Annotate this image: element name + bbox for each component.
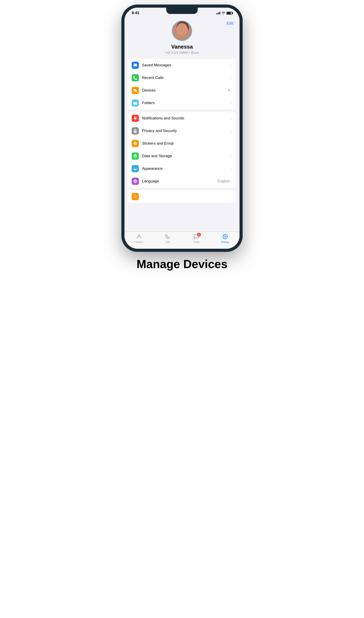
svg-point-6 bbox=[184, 30, 185, 31]
svg-point-4 bbox=[183, 30, 185, 32]
notifications-label: Notifications and Sounds bbox=[142, 116, 230, 121]
tab-settings[interactable]: Settings bbox=[211, 234, 240, 243]
profile-info: +44 0123 45689 • @van bbox=[165, 51, 199, 54]
scroll-area[interactable]: Edit bbox=[124, 17, 240, 231]
data-label: Data and Storage bbox=[142, 154, 230, 158]
settings-icon-wrapper bbox=[222, 234, 228, 240]
svg-point-28 bbox=[138, 235, 140, 237]
profile-section: Edit bbox=[124, 17, 240, 59]
stickers-item[interactable]: Stickers and Emoji › bbox=[128, 137, 236, 150]
chats-icon-wrapper: 2 bbox=[194, 234, 199, 240]
svg-point-1 bbox=[176, 21, 189, 35]
svg-point-3 bbox=[180, 30, 182, 32]
notch bbox=[166, 8, 198, 14]
privacy-chevron: › bbox=[231, 129, 232, 133]
notifications-chevron: › bbox=[231, 117, 232, 120]
folders-item[interactable]: Folders › bbox=[128, 97, 236, 109]
privacy-icon bbox=[132, 127, 139, 134]
data-item[interactable]: Data and Storage › bbox=[128, 150, 236, 162]
page-title: Manage Devices bbox=[137, 257, 228, 271]
status-icons bbox=[216, 12, 232, 15]
edit-button[interactable]: Edit bbox=[227, 21, 233, 26]
calls-icon-wrapper bbox=[165, 234, 170, 240]
language-chevron: › bbox=[231, 179, 232, 183]
wifi-icon bbox=[221, 12, 225, 15]
settings-tab-icon bbox=[222, 234, 228, 239]
folders-label: Folders bbox=[142, 101, 230, 105]
ask-label: ... bbox=[142, 194, 232, 199]
appearance-label: Appearance bbox=[142, 166, 230, 171]
page-wrapper: 9:41 bbox=[91, 0, 273, 280]
settings-group-3: ... bbox=[128, 190, 236, 203]
status-time: 9:41 bbox=[132, 11, 139, 15]
settings-group-1: Saved Messages › Recent Calls › bbox=[128, 59, 236, 109]
devices-value: 4 bbox=[228, 88, 230, 93]
devices-icon bbox=[132, 87, 139, 94]
svg-point-29 bbox=[224, 236, 226, 237]
tab-calls[interactable]: Calls bbox=[153, 234, 182, 243]
svg-point-18 bbox=[134, 143, 135, 143]
signal-icon bbox=[216, 12, 220, 14]
privacy-label: Privacy and Security bbox=[142, 129, 230, 133]
page-title-section: Manage Devices bbox=[137, 257, 228, 271]
calls-label: Calls bbox=[165, 241, 170, 243]
language-value: English bbox=[217, 179, 230, 184]
recent-calls-item[interactable]: Recent Calls › bbox=[128, 71, 236, 84]
saved-messages-icon bbox=[132, 62, 139, 69]
contacts-label: Contacts bbox=[134, 241, 143, 243]
appearance-item[interactable]: Appearance › bbox=[128, 162, 236, 175]
folders-chevron: › bbox=[231, 101, 232, 105]
saved-messages-item[interactable]: Saved Messages › bbox=[128, 59, 236, 71]
chats-badge: 2 bbox=[197, 233, 201, 237]
language-label: Language bbox=[142, 179, 217, 184]
privacy-item[interactable]: Privacy and Security › bbox=[128, 125, 236, 137]
appearance-chevron: › bbox=[231, 167, 232, 171]
battery-icon bbox=[226, 12, 232, 15]
avatar[interactable] bbox=[172, 21, 192, 41]
devices-chevron: › bbox=[231, 89, 232, 93]
devices-item[interactable]: Devices 4 › bbox=[128, 84, 236, 97]
contacts-icon-wrapper bbox=[136, 234, 142, 240]
tab-bar: Contacts Calls 2 bbox=[124, 231, 240, 249]
data-chevron: › bbox=[231, 154, 232, 158]
contacts-icon bbox=[136, 234, 142, 239]
language-icon bbox=[132, 178, 139, 185]
phone-shell: 9:41 bbox=[121, 4, 243, 252]
ask-question-item[interactable]: ... bbox=[128, 190, 236, 203]
chats-label: Chats bbox=[194, 241, 199, 243]
svg-rect-0 bbox=[173, 21, 191, 40]
settings-label: Settings bbox=[221, 241, 229, 243]
calls-icon bbox=[165, 234, 170, 239]
recent-calls-icon bbox=[132, 74, 139, 81]
data-icon bbox=[132, 152, 139, 160]
svg-point-16 bbox=[135, 131, 136, 132]
battery-fill bbox=[227, 12, 231, 14]
ask-icon bbox=[132, 193, 139, 200]
folders-icon bbox=[132, 99, 139, 107]
appearance-icon bbox=[132, 165, 139, 172]
svg-point-5 bbox=[181, 30, 182, 31]
svg-point-19 bbox=[135, 143, 136, 143]
svg-point-17 bbox=[134, 142, 137, 145]
phone-screen: 9:41 bbox=[124, 8, 240, 249]
devices-label: Devices bbox=[142, 88, 228, 93]
language-item[interactable]: Language English › bbox=[128, 175, 236, 188]
saved-messages-chevron: › bbox=[231, 63, 232, 67]
notifications-icon: ! bbox=[132, 115, 139, 122]
recent-calls-label: Recent Calls bbox=[142, 76, 230, 80]
settings-group-2: ! Notifications and Sounds › bbox=[128, 112, 236, 188]
svg-rect-8 bbox=[135, 90, 137, 92]
stickers-icon bbox=[132, 140, 139, 147]
profile-name: Vanessa bbox=[171, 44, 193, 50]
svg-point-20 bbox=[134, 155, 137, 156]
svg-point-2 bbox=[178, 26, 188, 37]
svg-point-27 bbox=[134, 195, 137, 198]
notifications-item[interactable]: ! Notifications and Sounds › bbox=[128, 112, 236, 125]
tab-chats[interactable]: 2 Chats bbox=[182, 234, 211, 243]
recent-calls-chevron: › bbox=[231, 76, 232, 80]
stickers-chevron: › bbox=[231, 142, 232, 146]
saved-messages-label: Saved Messages bbox=[142, 63, 230, 67]
tab-contacts[interactable]: Contacts bbox=[124, 234, 153, 243]
stickers-label: Stickers and Emoji bbox=[142, 141, 230, 146]
avatar-image bbox=[173, 21, 191, 40]
